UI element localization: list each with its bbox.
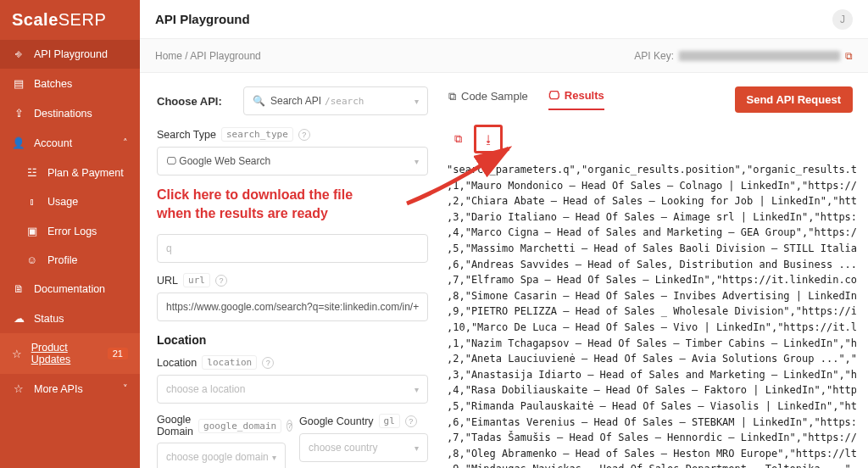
- chevron-icon: ˄: [123, 137, 128, 148]
- gdomain-param: google_domain: [198, 419, 281, 433]
- nav-label: Plan & Payment: [47, 167, 124, 179]
- results-line: ,1,"Mauro Mondonico – Head Of Sales – Co…: [447, 178, 856, 194]
- search-type-select[interactable]: 🖵 Google Web Search ▾: [157, 147, 428, 176]
- results-line: ,2,"Chiara Abate – Head of Sales – Looki…: [447, 193, 856, 209]
- nav-icon: ⇪: [12, 107, 25, 120]
- nav-label: Usage: [47, 196, 78, 208]
- help-icon[interactable]: ?: [405, 415, 417, 427]
- nav-label: Profile: [47, 254, 77, 266]
- nav-icon: 🗎: [12, 283, 25, 295]
- monitor-icon: 🖵: [166, 155, 176, 167]
- sidebar-item-product-updates[interactable]: ☆Product Updates21: [0, 333, 140, 374]
- choose-api-label: Choose API:: [157, 95, 233, 108]
- download-results-button[interactable]: ⭳: [474, 125, 503, 153]
- location-section-head: Location: [157, 333, 428, 347]
- nav-label: Error Logs: [47, 226, 97, 237]
- results-line: ,7,"Elframo Spa – Head Of Sales – Linked…: [447, 272, 856, 288]
- nav-label: Batches: [34, 78, 72, 90]
- api-key-value-blurred: [679, 51, 840, 61]
- help-icon[interactable]: ?: [298, 129, 310, 141]
- nav-icon: ⎆: [12, 48, 25, 60]
- breadcrumb-bar: Home / API Playground API Key: ⧉: [140, 39, 868, 73]
- content: Choose API: 🔍 Search API /search ▾ Searc…: [140, 73, 868, 468]
- sidebar-item-documentation[interactable]: 🗎Documentation: [0, 275, 140, 304]
- copy-icon: ⧉: [454, 132, 462, 146]
- results-line: ,8,"Oleg Abramenko – Head of Sales – Hes…: [447, 446, 856, 462]
- tab-results[interactable]: 🖵 Results: [548, 89, 604, 110]
- location-param: location: [202, 355, 257, 370]
- q-input[interactable]: q: [157, 234, 428, 263]
- choose-api-select[interactable]: 🔍 Search API /search ▾: [243, 86, 428, 115]
- nav-label: Status: [34, 313, 64, 325]
- tab-code-sample[interactable]: ⧉ Code Sample: [448, 90, 528, 110]
- help-icon[interactable]: ?: [287, 420, 292, 432]
- results-line: ,4,"Marco Cigna – Head of Sales and Mark…: [447, 225, 856, 241]
- results-line: ,9,"PIETRO PELIZZA – Head of Sales _ Who…: [447, 304, 856, 320]
- tabs-row: ⧉ Code Sample 🖵 Results Send API Request: [445, 86, 856, 120]
- nav-icon: ▣: [25, 225, 39, 237]
- nav-icon: 👤: [12, 136, 25, 149]
- brand-part2: SERP: [58, 10, 106, 29]
- nav-badge: 21: [108, 348, 128, 359]
- results-line: ,7,"Tadas Šamušis – Head Of Sales – Henn…: [447, 430, 856, 446]
- sidebar-item-plan-payment[interactable]: ☳Plan & Payment: [0, 158, 140, 187]
- sidebar-item-api-playground[interactable]: ⎆API Playground: [0, 40, 140, 69]
- copy-results-button[interactable]: ⧉: [447, 128, 469, 150]
- form-panel: Choose API: 🔍 Search API /search ▾ Searc…: [140, 86, 445, 468]
- nav-label: More APIs: [34, 383, 83, 395]
- breadcrumb-home[interactable]: Home: [155, 50, 182, 62]
- results-output[interactable]: "search_parameters.q","organic_results.p…: [445, 160, 856, 468]
- nav-label: Product Updates: [31, 342, 94, 365]
- brand-part1: Scale: [12, 10, 58, 29]
- help-icon[interactable]: ?: [215, 275, 227, 287]
- gcountry-select[interactable]: choose country ▾: [299, 433, 428, 462]
- sidebar-nav: ⎆API Playground▤Batches⇪Destinations👤Acc…: [0, 40, 140, 404]
- help-icon[interactable]: ?: [262, 357, 274, 369]
- nav-label: Account: [34, 137, 72, 149]
- nav-icon: ☳: [25, 166, 39, 179]
- sidebar-item-destinations[interactable]: ⇪Destinations: [0, 98, 140, 128]
- nav-label: API Playground: [34, 48, 108, 60]
- api-key-area: API Key: ⧉: [634, 50, 853, 62]
- results-line: ,2,"Aneta Lauciuvienė – Head Of Sales – …: [447, 351, 856, 367]
- nav-icon: ▤: [12, 77, 25, 90]
- gdomain-select[interactable]: choose google domain ▾: [157, 443, 286, 468]
- nav-icon: ☆: [12, 348, 23, 360]
- nav-icon: ⫾: [25, 196, 39, 208]
- sidebar-item-usage[interactable]: ⫾Usage: [0, 187, 140, 216]
- monitor-icon: 🖵: [548, 89, 559, 102]
- search-type-param: search_type: [221, 127, 293, 142]
- chevron-down-icon: ▾: [415, 385, 419, 394]
- copy-icon[interactable]: ⧉: [845, 50, 853, 62]
- results-line: ,10,"Marco De Luca – Head Of Sales – Viv…: [447, 320, 856, 336]
- results-line: ,5,"Massimo Marchetti – Head of Sales Ba…: [447, 241, 856, 257]
- sidebar-item-status[interactable]: ☁Status: [0, 304, 140, 333]
- url-input[interactable]: https://www.google.com/search?q=site:lin…: [157, 292, 428, 321]
- results-line: ,8,"Simone Casarin – Head Of Sales – Inv…: [447, 288, 856, 304]
- results-line: ,3,"Anastasija Idiarto – Head of Sales a…: [447, 367, 856, 383]
- nav-label: Documentation: [34, 283, 105, 295]
- code-icon: ⧉: [448, 90, 456, 103]
- search-type-label: Search Type: [157, 129, 216, 141]
- nav-icon: ☁: [12, 312, 25, 325]
- sidebar-item-batches[interactable]: ▤Batches: [0, 69, 140, 98]
- sidebar-item-error-logs[interactable]: ▣Error Logs: [0, 216, 140, 246]
- sidebar-item-more-apis[interactable]: ☆More APIs˅: [0, 374, 140, 404]
- sidebar-item-account[interactable]: 👤Account˄: [0, 128, 140, 158]
- nav-icon: ☆: [12, 382, 25, 395]
- avatar[interactable]: J: [832, 9, 853, 30]
- location-label: Location: [157, 357, 197, 369]
- results-line: ,4,"Rasa Dobiliauskaite – Head Of Sales …: [447, 382, 856, 398]
- chevron-icon: ˅: [123, 383, 128, 394]
- chevron-down-icon: ▾: [415, 97, 419, 106]
- results-line: ,1,"Nazim Tchagapsov – Head Of Sales – T…: [447, 336, 856, 352]
- results-header-line: "search_parameters.q","organic_results.p…: [447, 162, 856, 178]
- breadcrumb: Home / API Playground: [155, 50, 261, 62]
- send-api-request-button[interactable]: Send API Request: [735, 86, 853, 113]
- download-icon: ⭳: [483, 133, 494, 146]
- location-select[interactable]: choose a location ▾: [157, 375, 428, 404]
- gdomain-label: Google Domain: [157, 414, 193, 437]
- sidebar: ScaleSERP ⎆API Playground▤Batches⇪Destin…: [0, 0, 140, 468]
- results-line: ,6,"Eimantas Verenius – Head Of Sales – …: [447, 415, 856, 431]
- sidebar-item-profile[interactable]: ☺Profile: [0, 246, 140, 275]
